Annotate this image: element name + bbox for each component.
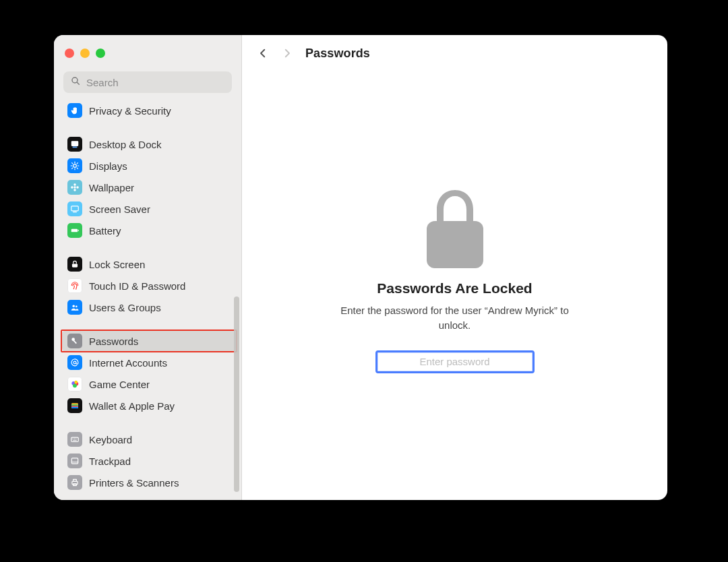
svg-line-11 — [72, 168, 73, 168]
svg-rect-47 — [427, 221, 483, 268]
passwords-icon — [67, 334, 82, 348]
svg-rect-22 — [72, 263, 78, 267]
sidebar-item-label: Users & Groups — [89, 302, 161, 313]
sidebar-item-battery[interactable]: Battery — [62, 220, 236, 241]
sidebar-scroll[interactable]: Privacy & SecurityDesktop & DockDisplays… — [54, 101, 241, 500]
svg-point-25 — [71, 338, 75, 341]
svg-rect-21 — [78, 230, 79, 231]
privacy-security-icon — [67, 103, 82, 118]
sidebar-scrollbar[interactable] — [234, 296, 239, 492]
displays-icon — [67, 158, 82, 173]
internet-accounts-icon — [67, 355, 82, 370]
game-center-icon — [67, 377, 82, 392]
svg-point-30 — [73, 383, 77, 387]
window-minimize-button[interactable] — [80, 49, 90, 58]
sidebar-item-internet-accounts[interactable]: Internet Accounts — [62, 352, 236, 373]
wallpaper-icon — [67, 180, 82, 195]
window-close-button[interactable] — [65, 49, 74, 58]
sidebar-item-wallpaper[interactable]: Wallpaper — [62, 177, 236, 198]
window-controls — [54, 35, 241, 71]
screen-saver-icon — [67, 201, 82, 216]
sidebar-item-label: Passwords — [89, 336, 138, 347]
sidebar-item-label: Keyboard — [89, 434, 132, 445]
sidebar-item-label: Privacy & Security — [89, 105, 171, 117]
sidebar-item-privacy-security[interactable]: Privacy & Security — [62, 101, 236, 121]
back-button[interactable] — [257, 47, 269, 59]
sidebar-item-wallet-applepay[interactable]: Wallet & Apple Pay — [62, 395, 236, 416]
sidebar-item-screen-saver[interactable]: Screen Saver — [62, 198, 236, 220]
svg-point-13 — [73, 186, 76, 189]
lock-icon — [421, 190, 489, 271]
sidebar-item-label: Wallpaper — [89, 182, 134, 193]
sidebar-item-trackpad[interactable]: Trackpad — [62, 450, 236, 472]
search-field[interactable] — [63, 71, 232, 93]
svg-rect-35 — [71, 406, 78, 407]
window-zoom-button[interactable] — [96, 49, 105, 58]
sidebar-item-keyboard[interactable]: Keyboard — [62, 429, 236, 450]
svg-rect-37 — [71, 437, 79, 441]
toolbar: Passwords — [242, 35, 667, 71]
svg-point-23 — [73, 305, 75, 308]
keyboard-icon — [67, 432, 82, 447]
sidebar-item-label: Desktop & Dock — [89, 139, 162, 150]
touchid-password-icon — [67, 278, 82, 293]
password-input[interactable] — [377, 352, 533, 372]
trackpad-icon — [67, 454, 82, 468]
sidebar-item-displays[interactable]: Displays — [62, 155, 236, 177]
svg-line-1 — [77, 82, 79, 84]
locked-panel: Passwords Are Locked Enter the password … — [242, 71, 667, 500]
search-icon — [70, 75, 81, 89]
battery-icon — [67, 223, 82, 238]
svg-point-16 — [71, 186, 73, 189]
svg-rect-45 — [73, 479, 77, 481]
svg-point-31 — [74, 381, 78, 384]
sidebar-item-label: Printers & Scanners — [89, 477, 179, 489]
password-field[interactable] — [375, 350, 535, 373]
svg-rect-36 — [71, 407, 78, 408]
sidebar-item-label: Internet Accounts — [89, 357, 167, 369]
svg-rect-42 — [71, 458, 78, 464]
svg-rect-20 — [71, 229, 78, 232]
printers-scanners-icon — [67, 475, 82, 490]
sidebar-item-game-center[interactable]: Game Center — [62, 373, 236, 395]
sidebar-item-printers-scanners[interactable]: Printers & Scanners — [62, 472, 236, 493]
sidebar-item-label: Battery — [89, 225, 121, 237]
locked-subtext: Enter the password for the user “Andrew … — [334, 303, 576, 333]
sidebar-item-label: Game Center — [89, 379, 150, 390]
svg-rect-26 — [73, 340, 77, 344]
svg-line-10 — [77, 168, 78, 168]
sidebar-item-passwords[interactable]: Passwords — [62, 330, 236, 352]
search-input[interactable] — [85, 76, 225, 89]
svg-point-15 — [73, 189, 76, 191]
svg-rect-18 — [71, 206, 79, 211]
sidebar: Privacy & SecurityDesktop & DockDisplays… — [54, 35, 242, 500]
users-groups-icon — [67, 300, 82, 315]
sidebar-item-label: Lock Screen — [89, 259, 145, 270]
sidebar-item-label: Displays — [89, 160, 127, 172]
sidebar-item-desktop-dock[interactable]: Desktop & Dock — [62, 133, 236, 155]
svg-rect-3 — [73, 147, 78, 148]
sidebar-item-label: Touch ID & Password — [89, 280, 185, 292]
page-title: Passwords — [305, 46, 370, 61]
sidebar-item-lock-screen[interactable]: Lock Screen — [62, 253, 236, 275]
sidebar-item-label: Screen Saver — [89, 204, 150, 215]
desktop-dock-icon — [67, 137, 82, 152]
locked-heading: Passwords Are Locked — [377, 280, 532, 296]
svg-rect-2 — [71, 141, 79, 146]
svg-rect-34 — [71, 404, 78, 406]
sidebar-item-label: Trackpad — [89, 456, 131, 467]
sidebar-item-touchid-password[interactable]: Touch ID & Password — [62, 275, 236, 296]
sidebar-item-label: Wallet & Apple Pay — [89, 400, 175, 412]
svg-line-9 — [72, 163, 73, 164]
forward-button[interactable] — [281, 47, 293, 59]
settings-window: Privacy & SecurityDesktop & DockDisplays… — [54, 35, 667, 500]
svg-rect-33 — [71, 404, 78, 405]
svg-point-4 — [73, 164, 77, 168]
sidebar-item-users-groups[interactable]: Users & Groups — [62, 296, 236, 318]
lock-screen-icon — [67, 257, 82, 272]
svg-line-12 — [77, 163, 78, 164]
svg-point-14 — [73, 183, 76, 186]
main-panel: Passwords Passwords Are Locked Enter the… — [242, 35, 667, 500]
svg-point-24 — [75, 305, 78, 307]
svg-point-17 — [76, 186, 79, 189]
